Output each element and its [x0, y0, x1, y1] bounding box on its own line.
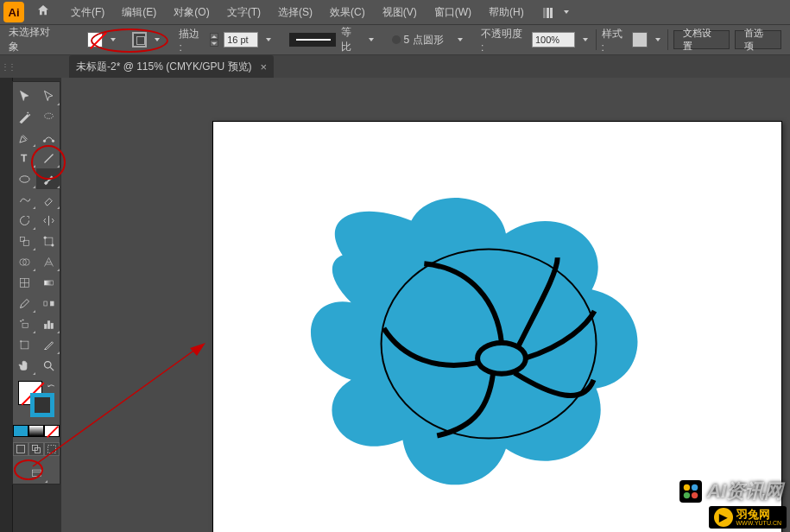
svg-point-30 — [44, 361, 51, 368]
document-tabbar: 未标题-2* @ 115% (CMYK/GPU 预览) × — [0, 55, 790, 78]
swap-fill-stroke-icon[interactable]: ⤺ — [47, 381, 54, 390]
stroke-dropdown[interactable] — [152, 38, 162, 41]
canvas-area[interactable] — [61, 78, 790, 532]
menu-object[interactable]: 对象(O) — [165, 0, 218, 24]
blend-tool[interactable] — [36, 293, 60, 314]
control-bar: 未选择对象 描边 : 等比 5 点圆形 不透明度 : 样式 : 文档设置 首选项 — [0, 24, 790, 55]
direct-selection-tool[interactable] — [36, 86, 60, 106]
svg-text:T: T — [21, 153, 27, 163]
illustration — [213, 122, 781, 532]
tools-panel: T — [12, 81, 60, 484]
fill-swatch-none[interactable] — [87, 32, 103, 48]
stroke-weight-input[interactable] — [224, 32, 258, 48]
draw-behind[interactable] — [28, 442, 44, 456]
opacity-input[interactable] — [532, 32, 575, 48]
stroke-profile[interactable] — [289, 33, 336, 47]
fill-stroke-proxy[interactable]: ⤺ — [18, 381, 54, 417]
workspace-icon — [543, 6, 560, 18]
opacity-dropdown[interactable] — [580, 38, 591, 41]
eraser-tool[interactable] — [36, 189, 60, 210]
menu-type[interactable]: 文字(T) — [218, 0, 269, 24]
proxy-stroke[interactable] — [30, 393, 54, 417]
svg-rect-18 — [44, 281, 53, 285]
zoom-tool[interactable] — [36, 355, 60, 376]
style-swatch[interactable] — [632, 32, 648, 48]
brush-dot-icon — [392, 35, 401, 44]
shaper-tool[interactable] — [12, 189, 36, 210]
draw-normal[interactable] — [13, 442, 28, 456]
chevron-down-icon — [564, 10, 569, 14]
divider — [667, 29, 668, 50]
rotate-tool[interactable] — [12, 210, 36, 231]
screen-mode-tool[interactable] — [24, 463, 48, 484]
fill-dropdown[interactable] — [108, 38, 118, 41]
ruler-vertical — [0, 78, 13, 532]
draw-mode-row — [13, 442, 60, 456]
scale-tool[interactable] — [12, 231, 36, 251]
svg-rect-8 — [20, 237, 24, 241]
svg-line-31 — [50, 367, 54, 370]
svg-point-3 — [43, 140, 46, 142]
svg-point-23 — [22, 319, 23, 320]
gradient-tool[interactable] — [36, 272, 60, 293]
color-mode-solid[interactable] — [13, 425, 28, 437]
artboard-tool[interactable] — [12, 334, 36, 355]
slice-tool[interactable] — [36, 334, 60, 355]
stroke-swatch[interactable] — [132, 32, 148, 48]
lasso-tool[interactable] — [36, 106, 60, 127]
menu-window[interactable]: 窗口(W) — [426, 0, 480, 24]
menubar: Ai 文件(F) 编辑(E) 对象(O) 文字(T) 选择(S) 效果(C) 视… — [0, 0, 790, 24]
color-mode-none[interactable] — [44, 425, 60, 437]
curvature-tool[interactable] — [36, 127, 60, 148]
app-logo[interactable]: Ai — [3, 2, 24, 22]
symbol-sprayer-tool[interactable] — [12, 314, 36, 334]
svg-point-4 — [52, 140, 54, 142]
magic-wand-tool[interactable] — [12, 106, 36, 127]
shape-builder-tool[interactable] — [12, 251, 36, 272]
hand-tool[interactable] — [12, 355, 36, 376]
type-tool[interactable]: T — [12, 148, 36, 168]
menu-file[interactable]: 文件(F) — [62, 0, 113, 24]
brush-dropdown[interactable] — [455, 38, 465, 41]
menu-effect[interactable]: 效果(C) — [321, 0, 374, 24]
reflect-tool[interactable] — [36, 210, 60, 231]
panel-grip-icon[interactable] — [2, 60, 14, 73]
eyedropper-tool[interactable] — [12, 293, 36, 314]
divider — [596, 29, 597, 50]
ellipse-tool[interactable] — [12, 168, 36, 189]
svg-rect-32 — [17, 446, 25, 453]
watermark-badge-icon — [679, 480, 702, 503]
watermark-url: WWW.YUTU.CN — [736, 520, 782, 526]
menu-help[interactable]: 帮助(H) — [480, 0, 533, 24]
document-setup-button[interactable]: 文档设置 — [673, 30, 730, 49]
watermark-yutu: ▶ 羽兔网 WWW.YUTU.CN — [709, 506, 787, 529]
style-dropdown[interactable] — [653, 38, 663, 41]
menu-select[interactable]: 选择(S) — [269, 0, 321, 24]
profile-dropdown[interactable] — [366, 38, 376, 41]
pen-tool[interactable] — [12, 127, 36, 148]
tab-close-button[interactable]: × — [261, 60, 268, 73]
brush-definition[interactable]: 5 点圆形 — [392, 33, 451, 47]
line-segment-tool[interactable] — [36, 148, 60, 168]
menu-view[interactable]: 视图(V) — [374, 0, 426, 24]
color-mode-gradient[interactable] — [28, 425, 44, 437]
svg-rect-21 — [22, 323, 28, 327]
menu-edit[interactable]: 编辑(E) — [113, 0, 165, 24]
document-tab[interactable]: 未标题-2* @ 115% (CMYK/GPU 预览) × — [69, 55, 274, 78]
workspace-switcher[interactable] — [543, 6, 569, 18]
brush-label: 5 点圆形 — [404, 33, 444, 48]
scale-label: 等比 — [341, 25, 361, 54]
home-button[interactable] — [31, 0, 55, 24]
mesh-tool[interactable] — [12, 272, 36, 293]
paintbrush-tool[interactable] — [36, 168, 60, 189]
preferences-button[interactable]: 首选项 — [735, 30, 781, 49]
free-transform-tool[interactable] — [36, 231, 60, 251]
svg-rect-19 — [43, 301, 47, 306]
stroke-weight-spinner[interactable] — [210, 33, 218, 47]
perspective-grid-tool[interactable] — [36, 251, 60, 272]
draw-inside[interactable] — [44, 442, 60, 456]
selection-tool[interactable] — [12, 86, 36, 106]
stroke-weight-dropdown[interactable] — [263, 38, 274, 41]
column-graph-tool[interactable] — [36, 314, 60, 334]
blob-shape — [311, 198, 638, 484]
